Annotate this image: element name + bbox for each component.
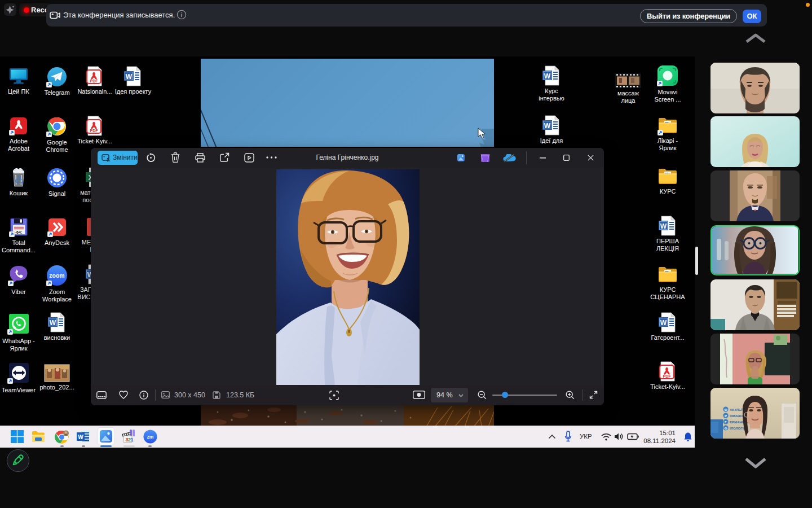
svg-text:zoom: zoom (49, 272, 64, 279)
svg-text:W: W (78, 434, 83, 440)
svg-text:Г: Г (725, 421, 727, 424)
svg-text:Р: Р (725, 414, 727, 418)
svg-text:-64:: -64: (15, 230, 21, 234)
svg-text:ІЛОЛОГІЇ: ІЛОЛОГІЇ (730, 427, 744, 430)
svg-text:ОМАНО-: ОМАНО- (730, 414, 744, 418)
svg-text:Ф: Ф (725, 408, 727, 411)
svg-text:1: 1 (131, 437, 134, 443)
svg-text:Ф: Ф (725, 427, 727, 430)
svg-text:zm: zm (147, 434, 154, 440)
